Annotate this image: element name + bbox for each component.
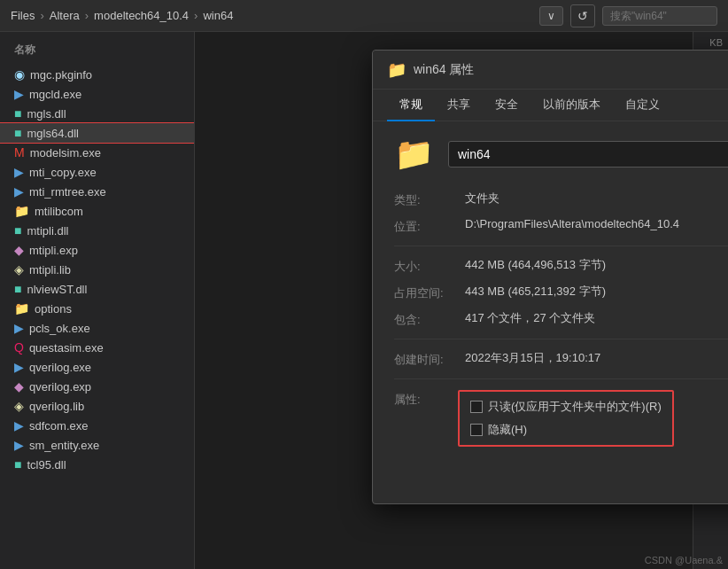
file-item-nlviewST-dll[interactable]: ■nlviewST.dll (0, 279, 194, 299)
checkbox-row-0: 只读(仅应用于文件夹中的文件)(R) (470, 399, 662, 415)
dialog-footer: 高级(D)... (394, 461, 728, 489)
file-name: mgcld.exe (29, 88, 81, 101)
breadcrumb-modeltech[interactable]: modeltech64_10.4 (94, 9, 189, 22)
file-name: mtipli.exp (29, 244, 78, 257)
properties-dialog: 📁 win64 属性 ✕ 常规共享安全以前的版本自定义 📁 类型:文件夹位置:D… (372, 50, 728, 504)
file-name: mtilibcom (35, 205, 83, 218)
file-item-tcl95-dll[interactable]: ■tcl95.dll (0, 455, 194, 474)
file-icon-exp: ◆ (14, 243, 24, 257)
file-name: mgls64.dll (27, 127, 79, 140)
file-item-qverilog-exp[interactable]: ◆qverilog.exp (0, 377, 194, 396)
top-bar-right: ∨ ↺ (539, 4, 717, 27)
dialog-tab-自定义[interactable]: 自定义 (613, 90, 672, 121)
file-name: qverilog.lib (29, 400, 84, 413)
file-item-mgc-pkginfo[interactable]: ◉mgc.pkginfo (0, 65, 194, 84)
file-item-modelsim-exe[interactable]: Mmodelsim.exe (0, 143, 194, 162)
breadcrumb-sep-1: › (40, 9, 43, 22)
file-name: sm_entity.exe (29, 439, 99, 452)
prop-value: D:\ProgramFiles\Altera\modeltech64_10.4 (465, 217, 728, 230)
file-name: mti_copy.exe (29, 166, 97, 179)
attr-label-row: 属性: 只读(仅应用于文件夹中的文件)(R)隐藏(H) (394, 390, 728, 447)
prop-label: 类型: (394, 191, 465, 208)
file-item-mti_rmtree-exe[interactable]: ▶mti_rmtree.exe (0, 182, 194, 201)
file-name: mti_rmtree.exe (29, 185, 106, 199)
dialog-tab-常规[interactable]: 常规 (387, 90, 435, 121)
prop-label: 占用空间: (394, 284, 465, 301)
file-icon-dll: ■ (14, 106, 21, 121)
checkbox-0[interactable] (470, 401, 483, 413)
prop-row-4: 包含:417 个文件，27 个文件夹 (394, 310, 728, 328)
file-name: mgls.dll (27, 107, 66, 121)
file-name: qverilog.exp (29, 380, 91, 394)
file-icon-exe: ▶ (14, 438, 24, 452)
sidebar: 名称 ◉mgc.pkginfo▶mgcld.exe■mgls.dll■mgls6… (0, 32, 195, 569)
file-item-mgls64-dll[interactable]: ■mgls64.dll (0, 123, 194, 143)
file-item-sdfcom-exe[interactable]: ▶sdfcom.exe (0, 416, 194, 435)
props-table: 类型:文件夹位置:D:\ProgramFiles\Altera\modeltec… (394, 191, 728, 368)
prop-value: 443 MB (465,211,392 字节) (465, 284, 728, 300)
file-name: modelsim.exe (30, 146, 101, 160)
file-icon-exe: ▶ (14, 165, 24, 179)
file-name: qverilog.exe (29, 361, 91, 374)
checkbox-1[interactable] (470, 424, 483, 436)
file-icon-dll: ■ (14, 457, 21, 472)
checkbox-label-0: 只读(仅应用于文件夹中的文件)(R) (488, 399, 662, 415)
prop-label: 大小: (394, 257, 465, 275)
folder-name-input[interactable] (448, 141, 728, 168)
refresh-button[interactable]: ↺ (570, 4, 595, 27)
dialog-title-icon: 📁 (387, 60, 407, 80)
file-item-mgls-dll[interactable]: ■mgls.dll (0, 104, 194, 123)
sidebar-header: 名称 (0, 39, 194, 65)
prop-label: 包含: (394, 310, 465, 328)
file-name: nlviewST.dll (27, 283, 87, 296)
breadcrumb-files[interactable]: Files (11, 9, 35, 22)
attr-checkboxes: 只读(仅应用于文件夹中的文件)(R)隐藏(H) (458, 390, 674, 447)
file-icon-exe: ▶ (14, 321, 24, 335)
file-name: mgc.pkginfo (30, 68, 92, 82)
dialog-tab-安全[interactable]: 安全 (483, 90, 531, 121)
file-icon-lib: ◈ (14, 262, 24, 277)
file-icon-dll: ■ (14, 223, 21, 238)
breadcrumb-win64[interactable]: win64 (203, 9, 233, 22)
file-icon-exe: ▶ (14, 184, 24, 199)
file-item-qverilog-lib[interactable]: ◈qverilog.lib (0, 396, 194, 416)
file-item-mtipli-dll[interactable]: ■mtipli.dll (0, 221, 194, 240)
dialog-titlebar: 📁 win64 属性 ✕ (373, 51, 728, 90)
dialog-tab-以前的版本[interactable]: 以前的版本 (531, 90, 613, 121)
watermark: CSDN @Uaena.& (645, 555, 723, 565)
file-item-mgcld-exe[interactable]: ▶mgcld.exe (0, 84, 194, 104)
file-item-pcls_ok-exe[interactable]: ▶pcls_ok.exe (0, 318, 194, 338)
prop-value: 417 个文件，27 个文件夹 (465, 310, 728, 326)
file-icon-questasim: Q (14, 340, 24, 355)
file-name: options (35, 302, 72, 316)
file-item-mtilibcom[interactable]: 📁mtilibcom (0, 201, 194, 221)
file-item-mti_copy-exe[interactable]: ▶mti_copy.exe (0, 162, 194, 182)
file-item-questasim-exe[interactable]: Qquestasim.exe (0, 338, 194, 357)
file-icon-dll: ■ (14, 126, 21, 140)
attributes-section: 属性: 只读(仅应用于文件夹中的文件)(R)隐藏(H) (394, 390, 728, 447)
search-input[interactable] (602, 6, 717, 26)
file-item-qverilog-exe[interactable]: ▶qverilog.exe (0, 357, 194, 377)
dialog-tab-共享[interactable]: 共享 (435, 90, 483, 121)
file-item-mtipli-exp[interactable]: ◆mtipli.exp (0, 240, 194, 260)
breadcrumb-altera[interactable]: Altera (50, 9, 80, 22)
file-item-options[interactable]: 📁options (0, 299, 194, 318)
prop-row-5: 创建时间:2022年3月15日，19:10:17 (394, 350, 728, 368)
dialog-title-text: win64 属性 (414, 62, 728, 78)
file-icon-lib: ◈ (14, 399, 24, 413)
file-name: questasim.exe (29, 341, 104, 355)
breadcrumb-dropdown[interactable]: ∨ (539, 6, 563, 26)
top-bar: Files › Altera › modeltech64_10.4 › win6… (0, 0, 728, 32)
file-name: tcl95.dll (27, 458, 66, 472)
folder-big-icon: 📁 (394, 136, 434, 173)
right-panel: KBKBKBKBKBKBKBKBKBKBKBKBKBKBKBKBKBKBKBKB… (195, 32, 728, 569)
prop-divider (394, 246, 728, 246)
prop-label: 位置: (394, 217, 465, 235)
file-name: sdfcom.exe (29, 419, 88, 433)
folder-name-row: 📁 (394, 136, 728, 173)
prop-value: 442 MB (464,496,513 字节) (465, 257, 728, 273)
file-name: pcls_ok.exe (29, 322, 90, 335)
file-item-sm_entity-exe[interactable]: ▶sm_entity.exe (0, 435, 194, 455)
breadcrumb-sep-2: › (85, 9, 89, 22)
file-item-mtipli-lib[interactable]: ◈mtipli.lib (0, 260, 194, 279)
